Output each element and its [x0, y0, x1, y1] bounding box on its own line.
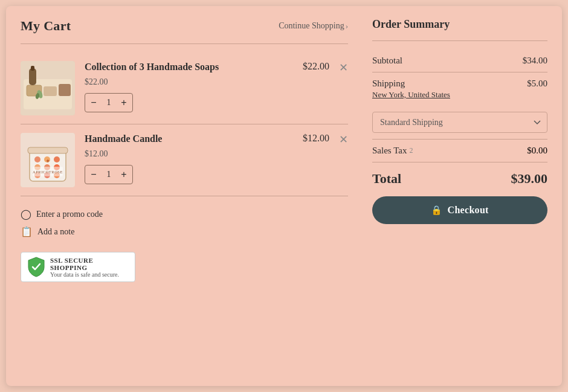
lock-icon: 🔒	[431, 205, 442, 216]
header-divider	[21, 43, 348, 44]
cart-header: My Cart Continue Shopping ›	[21, 18, 348, 40]
sales-tax-value: $0.00	[527, 146, 547, 156]
cart-item: Collection of 3 Handmade Soaps $22.00 − …	[21, 53, 348, 124]
shipping-row: Shipping New York, United States $5.00	[372, 72, 547, 106]
quantity-control-candle: − 1 +	[85, 165, 133, 184]
svg-text:✦: ✦	[45, 158, 50, 164]
item-price-soaps: $22.00	[85, 77, 293, 87]
checkout-button[interactable]: 🔒 Checkout	[372, 196, 547, 224]
cart-right-panel: Order Summary Subtotal $34.00 Shipping N…	[372, 18, 547, 374]
checkout-label: Checkout	[448, 205, 489, 216]
item-total-soaps: $22.00	[303, 61, 329, 72]
subtotal-row: Subtotal $34.00	[372, 50, 547, 72]
remove-item-candle[interactable]: ✕	[339, 134, 348, 145]
cart-page: My Cart Continue Shopping ›	[6, 6, 562, 386]
summary-divider	[372, 40, 547, 41]
tax-note: 2	[409, 146, 413, 155]
shipping-detail: Shipping New York, United States	[372, 79, 450, 100]
quantity-control-soaps: − 1 +	[85, 93, 133, 112]
svg-point-15	[34, 156, 40, 162]
remove-item-soaps[interactable]: ✕	[339, 62, 348, 73]
cart-actions: ◯ Enter a promo code 📋 Add a note	[21, 208, 348, 237]
subtotal-label: Subtotal	[372, 56, 402, 66]
qty-increase-soaps[interactable]: +	[115, 94, 132, 112]
item-name-candle: Handmade Candle	[85, 133, 293, 146]
item-price-candle: $12.00	[85, 149, 293, 159]
item-name-soaps: Collection of 3 Handmade Soaps	[85, 61, 293, 74]
note-icon: 📋	[21, 226, 33, 237]
continue-shopping-link[interactable]: Continue Shopping ›	[279, 21, 348, 31]
total-label: Total	[372, 171, 401, 187]
ssl-title: SSL SECURE SHOPPING	[50, 257, 129, 271]
sales-tax-row: Sales Tax 2 $0.00	[372, 140, 547, 162]
svg-rect-4	[44, 86, 57, 96]
promo-label: Enter a promo code	[36, 210, 103, 219]
cart-title: My Cart	[21, 18, 71, 34]
promo-icon: ◯	[21, 208, 31, 220]
shipping-method-select[interactable]: Standard Shipping Express Shipping Overn…	[372, 112, 547, 133]
ssl-box: SSL SECURE SHOPPING Your data is safe an…	[21, 252, 135, 282]
svg-rect-6	[29, 68, 36, 85]
item-details-soaps: Collection of 3 Handmade Soaps $22.00 − …	[85, 61, 293, 112]
ssl-shield-icon	[27, 256, 45, 278]
ssl-subtitle: Your data is safe and secure.	[50, 271, 129, 278]
shipping-value: $5.00	[527, 79, 547, 89]
add-note-row[interactable]: 📋 Add a note	[21, 226, 348, 237]
shipping-location-link[interactable]: New York, United States	[372, 90, 450, 100]
qty-decrease-candle[interactable]: −	[85, 165, 102, 184]
svg-rect-13	[28, 147, 68, 153]
shipping-label: Shipping	[372, 79, 450, 89]
order-summary-title: Order Summary	[372, 18, 547, 37]
ssl-badge: SSL SECURE SHOPPING Your data is safe an…	[21, 252, 348, 282]
svg-point-17	[54, 156, 60, 162]
item-total-candle: $12.00	[303, 133, 329, 144]
cart-left-panel: My Cart Continue Shopping ›	[21, 18, 348, 374]
total-row: Total $39.00	[372, 162, 547, 196]
item-details-candle: Handmade Candle $12.00 − 1 +	[85, 133, 293, 184]
svg-rect-7	[31, 66, 34, 71]
item-image-soaps	[21, 61, 75, 115]
qty-increase-candle[interactable]: +	[115, 165, 132, 184]
qty-value-soaps: 1	[102, 98, 115, 108]
svg-rect-5	[59, 84, 71, 96]
total-value: $39.00	[511, 171, 548, 187]
subtotal-value: $34.00	[523, 56, 547, 66]
qty-value-candle: 1	[102, 170, 115, 179]
sales-tax-label: Sales Tax 2	[372, 146, 413, 156]
cart-item-candle: ✦ APRICOTROSE Handmade Candle $12.00 − 1…	[21, 124, 348, 196]
note-label: Add a note	[37, 227, 74, 237]
ssl-text: SSL SECURE SHOPPING Your data is safe an…	[50, 257, 129, 278]
shipping-select-wrap: Standard Shipping Express Shipping Overn…	[372, 106, 547, 140]
promo-code-row[interactable]: ◯ Enter a promo code	[21, 208, 348, 220]
qty-decrease-soaps[interactable]: −	[85, 94, 102, 112]
svg-text:APRICOTROSE: APRICOTROSE	[33, 170, 63, 174]
chevron-right-icon: ›	[346, 21, 348, 31]
item-image-candle: ✦ APRICOTROSE	[21, 133, 75, 187]
